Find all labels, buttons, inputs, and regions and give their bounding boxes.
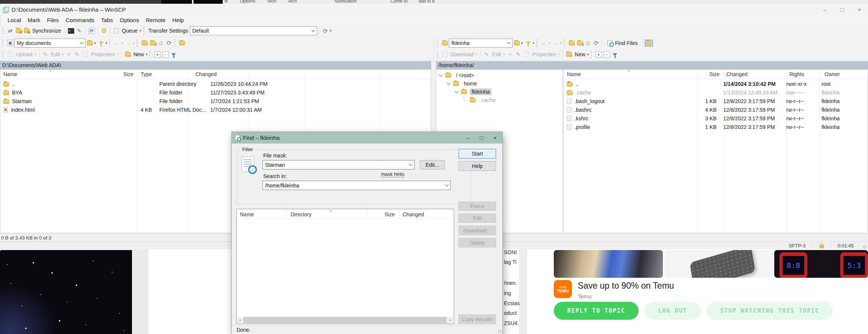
toolbar-grip[interactable] — [536, 39, 538, 47]
dialog-close-button[interactable]: × — [488, 132, 502, 144]
file-mask-combo[interactable]: Starman — [262, 160, 415, 169]
local-drive-combo[interactable]: My documents — [14, 39, 85, 48]
find-dialog-title-bar[interactable]: Find – fkleinha – □ × — [232, 132, 502, 144]
minimize-button[interactable]: – — [816, 4, 834, 15]
ad-headline[interactable]: Save up to 90% on Temu — [578, 281, 674, 291]
forum-action-button[interactable]: LOG OUT — [645, 302, 700, 320]
results-column-size[interactable]: Size — [369, 211, 395, 217]
back-icon[interactable]: ← — [540, 39, 548, 47]
menu-item[interactable]: Commands — [62, 16, 98, 24]
forward-icon[interactable]: → — [125, 39, 132, 47]
open-folder-icon[interactable] — [513, 39, 520, 47]
properties-button[interactable]: Properties — [91, 51, 115, 57]
properties-dropdown-icon[interactable]: ▾ — [117, 52, 118, 56]
select-add-icon[interactable]: + — [595, 50, 602, 58]
chevron-down-icon[interactable] — [447, 81, 451, 85]
forum-action-button[interactable]: REPLY TO TOPIC — [554, 302, 639, 320]
upload-dropdown-icon[interactable]: ▾ — [34, 52, 36, 56]
menu-item[interactable]: Options — [116, 16, 142, 24]
scroll-right-icon[interactable]: › — [447, 317, 453, 323]
copy-session-icon[interactable] — [178, 39, 186, 47]
column-header-changed[interactable]: Changed — [726, 71, 748, 77]
edit-mask-button[interactable]: Edit... — [420, 160, 445, 169]
transfer-preset-dropdown-icon[interactable]: ▾ — [330, 29, 332, 33]
local-file-row[interactable]: index.html 4 KB Firefox HTML Doc... 1/7/… — [0, 105, 431, 114]
local-file-row[interactable]: .. Parent directory 11/26/2023 10:44:24 … — [0, 79, 431, 88]
forward-icon[interactable]: → — [552, 39, 559, 47]
search-in-combo[interactable]: /home/fkleinha — [262, 181, 451, 190]
delete-button[interactable]: Delete — [459, 238, 496, 247]
download-button[interactable]: Download... — [459, 226, 496, 235]
properties-dropdown-icon[interactable]: ▾ — [558, 52, 560, 56]
close-button[interactable]: × — [851, 4, 868, 15]
column-header-rights[interactable]: Rights — [789, 71, 804, 77]
results-column-name[interactable]: Name — [240, 211, 254, 217]
putty-icon[interactable]: ✎ — [75, 27, 83, 35]
maximize-button[interactable]: □ — [834, 4, 851, 15]
help-button[interactable]: Help — [459, 161, 496, 171]
queue-dropdown-icon[interactable]: ▾ — [139, 29, 141, 33]
encryption-status[interactable] — [813, 243, 831, 249]
rename-icon[interactable]: ✎ — [73, 50, 81, 58]
home-directory-icon[interactable]: ⌂ — [584, 39, 592, 47]
filter-icon[interactable] — [97, 39, 105, 47]
toolbar-grip[interactable] — [2, 39, 4, 47]
queue-icon[interactable] — [112, 27, 120, 35]
forward-dropdown-icon[interactable]: ▾ — [560, 41, 562, 45]
select-add-icon[interactable]: + — [153, 50, 161, 58]
selection-filter-icon[interactable] — [170, 50, 177, 58]
menu-item[interactable]: Tabs — [98, 16, 117, 24]
column-header-changed[interactable]: Changed — [195, 71, 217, 77]
toolbar-grip[interactable] — [2, 27, 4, 34]
column-header-name[interactable]: Name — [567, 71, 581, 77]
toolbar-grip[interactable] — [143, 27, 145, 34]
menu-item[interactable]: Mark — [24, 16, 43, 24]
properties-button[interactable]: Properties — [532, 51, 556, 57]
edit-dropdown-icon[interactable]: ▾ — [62, 52, 64, 56]
select-remove-icon[interactable]: − — [162, 50, 169, 58]
menu-item[interactable]: Help — [169, 16, 187, 24]
menu-item[interactable]: Files — [43, 16, 62, 24]
new-button[interactable]: New — [575, 51, 585, 57]
local-file-row[interactable]: BYA File folder 11/27/2023 3:43:49 PM — [0, 88, 431, 97]
horizontal-scrollbar[interactable]: ‹ › — [237, 317, 453, 323]
column-header-size[interactable]: Size — [113, 71, 133, 77]
dialog-maximize-button[interactable]: □ — [475, 132, 488, 144]
temu-logo[interactable]: ᴊ≈ᴊ❑ TEMU — [554, 280, 572, 298]
open-folder-dropdown-icon[interactable]: ▾ — [94, 41, 96, 45]
sync-local-icon[interactable]: ↺ — [15, 27, 22, 35]
title-bar[interactable]: D:\Documents\Web ADA – fkleinha – WinSCP… — [0, 4, 868, 15]
new-button[interactable]: New — [133, 51, 144, 57]
resize-grip[interactable] — [498, 330, 502, 333]
edit-button[interactable]: Edit — [492, 51, 501, 57]
toolbar-grip[interactable] — [109, 39, 111, 47]
column-header-type[interactable]: Type — [141, 71, 152, 77]
download-button[interactable]: Download — [450, 51, 474, 57]
edit-dropdown-icon[interactable]: ▾ — [503, 52, 505, 56]
tree-item[interactable]: / <root> — [436, 71, 562, 79]
forward-dropdown-icon[interactable]: ▾ — [133, 41, 135, 45]
menu-item[interactable]: Local — [4, 16, 24, 24]
new-dropdown-icon[interactable]: ▾ — [146, 52, 148, 56]
transfer-preset-icon[interactable]: ⟳ — [322, 27, 329, 35]
synchronize-browsing-icon[interactable] — [645, 40, 653, 46]
tree-item[interactable]: .cache — [436, 96, 562, 104]
refresh-panels-icon[interactable]: ⟳ — [88, 27, 95, 35]
rename-icon[interactable]: ✎ — [514, 50, 522, 58]
selection-filter-icon[interactable] — [611, 50, 619, 58]
toolbar-grip[interactable] — [149, 51, 151, 58]
refresh-icon[interactable]: ⟳ — [165, 39, 173, 47]
refresh-icon[interactable]: ⟳ — [592, 39, 600, 47]
download-dropdown-icon[interactable]: ▾ — [475, 52, 477, 56]
root-directory-icon[interactable]: / — [576, 39, 583, 47]
find-results-list[interactable]: ^ Name Directory Size Changed ‹ › — [236, 209, 454, 324]
toolbar-grip[interactable] — [174, 39, 176, 47]
root-directory-icon[interactable]: / — [149, 39, 156, 47]
open-folder-icon[interactable] — [86, 39, 93, 47]
toolbar-grip[interactable] — [591, 51, 592, 58]
chevron-down-icon[interactable] — [439, 73, 443, 77]
delete-icon[interactable]: × — [65, 50, 73, 58]
menu-item[interactable]: Remote — [142, 16, 169, 24]
column-header-owner[interactable]: Owner — [825, 71, 840, 77]
scrollbar-thumb[interactable] — [243, 317, 447, 323]
